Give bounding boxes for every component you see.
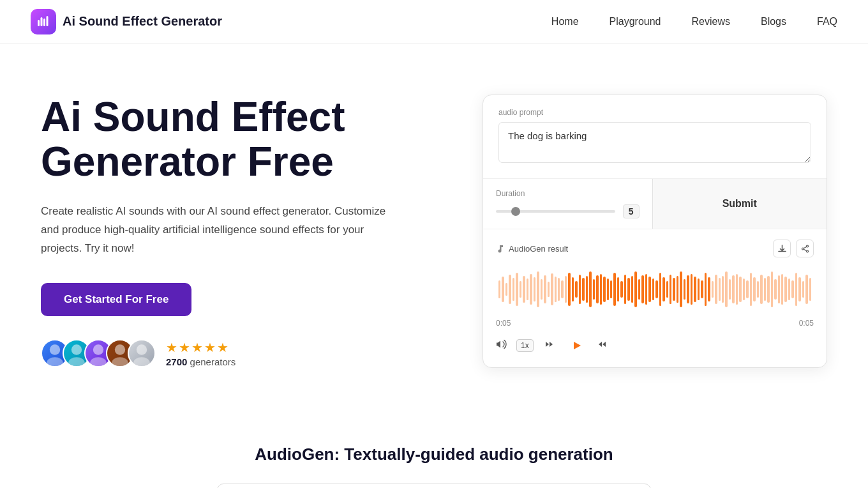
waveform-bar xyxy=(691,274,692,305)
waveform-bar xyxy=(739,277,741,301)
logo[interactable]: Ai Sound Effect Generator xyxy=(31,9,222,34)
waveform-bar xyxy=(586,276,588,302)
waveform-bar xyxy=(537,271,539,307)
waveform-bar xyxy=(771,271,773,307)
waveform-container xyxy=(496,266,814,312)
fastforward-button[interactable] xyxy=(596,338,609,353)
result-block: AudioGen result xyxy=(483,229,827,367)
prompt-section: audio prompt xyxy=(483,95,827,179)
nav-faq[interactable]: FAQ xyxy=(817,16,837,27)
section-title: AudioGen: Textually-guided audio generat… xyxy=(0,406,868,484)
svg-rect-3 xyxy=(47,16,49,26)
fastforward-icon xyxy=(596,338,609,351)
generator-count: 2700 generators xyxy=(166,356,236,367)
share-button[interactable] xyxy=(796,240,814,257)
waveform-bar xyxy=(610,280,612,298)
waveform-bar xyxy=(498,280,500,298)
volume-button[interactable] xyxy=(496,339,507,353)
logo-icon xyxy=(31,9,56,34)
waveform-bar xyxy=(579,275,581,305)
duration-value: 5 xyxy=(623,204,640,218)
waveform-bar xyxy=(593,279,595,300)
hero-left: Ai Sound Effect Generator Free Create re… xyxy=(41,95,398,367)
download-button[interactable] xyxy=(773,240,791,257)
waveform-bar xyxy=(572,277,574,301)
waveform-bar xyxy=(607,278,609,300)
waveform-bar xyxy=(670,275,671,305)
waveform-bar xyxy=(694,277,696,301)
waveform-bar xyxy=(701,280,703,298)
waveform-bar xyxy=(627,278,629,300)
nav-links: Home Playground Reviews Blogs FAQ xyxy=(551,16,837,27)
waveform-bar xyxy=(757,281,759,298)
waveform-bar xyxy=(551,273,553,305)
waveform-bar xyxy=(764,278,766,300)
duration-block: Duration 5 xyxy=(483,179,653,229)
waveform-bar xyxy=(624,275,626,305)
svg-point-16 xyxy=(802,248,804,250)
waveform-bar xyxy=(725,271,727,307)
waveform-bar xyxy=(513,278,514,300)
waveform-bar xyxy=(541,279,542,300)
waveform-bar xyxy=(712,281,714,298)
submit-button[interactable]: Submit xyxy=(653,179,827,229)
waveform-bar xyxy=(774,279,776,300)
hero-title: Ai Sound Effect Generator Free xyxy=(41,95,398,185)
cta-button[interactable]: Get Started For Free xyxy=(41,283,191,316)
nav-home[interactable]: Home xyxy=(551,16,579,27)
waveform-bar xyxy=(673,278,675,300)
svg-point-15 xyxy=(806,250,808,252)
svg-point-5 xyxy=(47,358,63,367)
svg-point-10 xyxy=(115,345,125,355)
waveform-bar xyxy=(715,275,717,305)
bottom-section: AudioGen: Textually-guided audio generat… xyxy=(0,406,868,488)
waveform-bar xyxy=(527,278,528,300)
waveform-bar xyxy=(596,275,598,304)
time-row: 0:05 0:05 xyxy=(496,319,814,328)
speed-badge[interactable]: 1x xyxy=(516,339,534,352)
svg-point-11 xyxy=(112,358,128,367)
result-label: AudioGen result xyxy=(496,244,568,254)
social-proof: ★★★★★ 2700 generators xyxy=(41,339,398,367)
player-controls: 1x xyxy=(496,334,814,357)
play-icon xyxy=(567,337,585,355)
waveform-bar xyxy=(662,277,664,301)
waveform-bar xyxy=(534,277,535,301)
duration-slider[interactable] xyxy=(496,210,615,213)
waveform-bar xyxy=(505,283,507,296)
waveform-bar xyxy=(655,280,657,298)
svg-point-8 xyxy=(93,345,103,355)
result-actions xyxy=(773,240,814,257)
rewind-button[interactable] xyxy=(542,338,555,353)
nav-blogs[interactable]: Blogs xyxy=(761,16,786,27)
nav-playground[interactable]: Playground xyxy=(610,16,661,27)
waveform-bar xyxy=(781,274,783,305)
waveform-bar xyxy=(659,273,661,305)
waveform-bar xyxy=(634,271,636,307)
prompt-label: audio prompt xyxy=(498,108,811,117)
svg-point-7 xyxy=(68,358,84,367)
nav-reviews[interactable]: Reviews xyxy=(691,16,730,27)
duration-label: Duration xyxy=(496,189,640,198)
duration-controls: 5 xyxy=(496,204,640,218)
volume-icon xyxy=(496,339,507,350)
waveform-bar xyxy=(558,278,560,300)
play-button[interactable] xyxy=(564,334,587,357)
waveform-bar xyxy=(684,279,685,300)
waveform-bar xyxy=(589,271,591,307)
prompt-textarea[interactable] xyxy=(498,122,811,163)
svg-point-12 xyxy=(137,345,147,355)
waveform-bar xyxy=(791,280,793,298)
waveform-bar xyxy=(750,273,752,305)
waveform-bar xyxy=(502,277,504,301)
svg-rect-1 xyxy=(41,17,43,26)
svg-line-18 xyxy=(804,249,806,251)
waveform-bar xyxy=(795,273,797,305)
waveform-bar xyxy=(743,278,745,300)
music-icon xyxy=(496,244,505,253)
waveform-bar xyxy=(648,277,650,301)
waveform-bar xyxy=(613,273,615,305)
result-header: AudioGen result xyxy=(496,240,814,257)
waveform-bar xyxy=(568,273,570,305)
svg-rect-0 xyxy=(38,20,40,26)
